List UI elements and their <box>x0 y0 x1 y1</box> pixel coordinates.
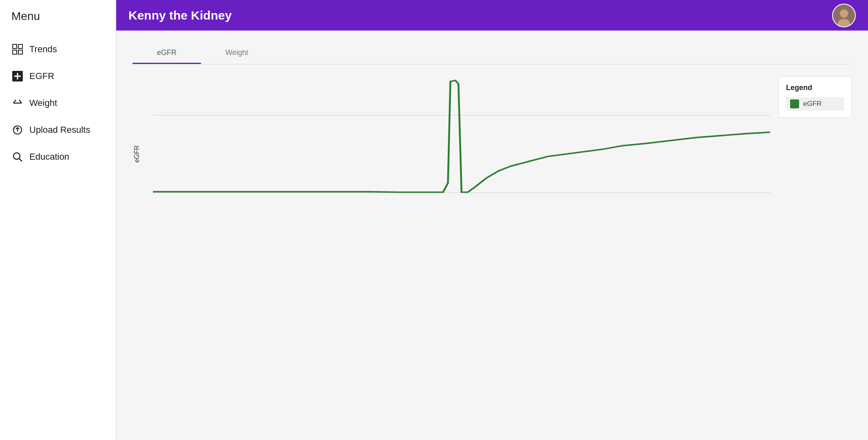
sidebar-item-education[interactable]: Education <box>0 143 116 170</box>
svg-rect-3 <box>18 50 22 54</box>
legend: Legend eGFR <box>778 77 852 118</box>
main-content: Kenny the Kidney eGFR Weight eGFR <box>116 0 868 440</box>
sidebar-item-upload[interactable]: Upload Results <box>0 117 116 143</box>
svg-point-11 <box>13 153 20 159</box>
header: Kenny the Kidney <box>116 0 868 31</box>
egfr-chart: 50 0 <box>153 77 770 231</box>
svg-line-12 <box>19 158 22 161</box>
tab-egfr[interactable]: eGFR <box>133 43 201 64</box>
chart-wrapper: eGFR 50 0 <box>133 77 770 231</box>
tabs: eGFR Weight <box>133 43 852 64</box>
sidebar-item-trends-label: Trends <box>29 44 57 55</box>
sidebar: Menu Trends EGFR <box>0 0 116 440</box>
sidebar-item-egfr[interactable]: EGFR <box>0 63 116 90</box>
sidebar-item-weight[interactable]: Weight <box>0 90 116 117</box>
grid-icon <box>11 43 24 55</box>
legend-color-box-egfr <box>790 99 799 108</box>
svg-rect-0 <box>13 44 17 48</box>
search-icon <box>11 151 24 163</box>
content-area: eGFR Weight eGFR 50 0 <box>116 31 868 440</box>
svg-rect-2 <box>13 50 17 54</box>
sidebar-item-education-label: Education <box>29 152 69 162</box>
plus-icon <box>11 70 24 82</box>
weight-icon <box>11 97 24 109</box>
legend-item-egfr-label: eGFR <box>803 100 822 108</box>
avatar[interactable] <box>832 4 856 27</box>
header-title: Kenny the Kidney <box>128 9 232 22</box>
sidebar-item-upload-label: Upload Results <box>29 125 90 135</box>
chart-svg-wrapper: 50 0 <box>153 77 770 231</box>
sidebar-item-trends[interactable]: Trends <box>0 36 116 63</box>
upload-icon <box>11 124 24 136</box>
legend-title: Legend <box>786 84 844 92</box>
sidebar-title: Menu <box>0 10 116 36</box>
legend-item-egfr: eGFR <box>786 97 844 111</box>
sidebar-item-egfr-label: EGFR <box>29 71 54 81</box>
svg-rect-1 <box>18 44 22 48</box>
y-axis-label: eGFR <box>133 145 141 163</box>
svg-point-14 <box>840 9 848 18</box>
chart-container: eGFR 50 0 <box>133 77 852 231</box>
sidebar-item-weight-label: Weight <box>29 98 57 108</box>
tab-weight[interactable]: Weight <box>201 43 273 64</box>
